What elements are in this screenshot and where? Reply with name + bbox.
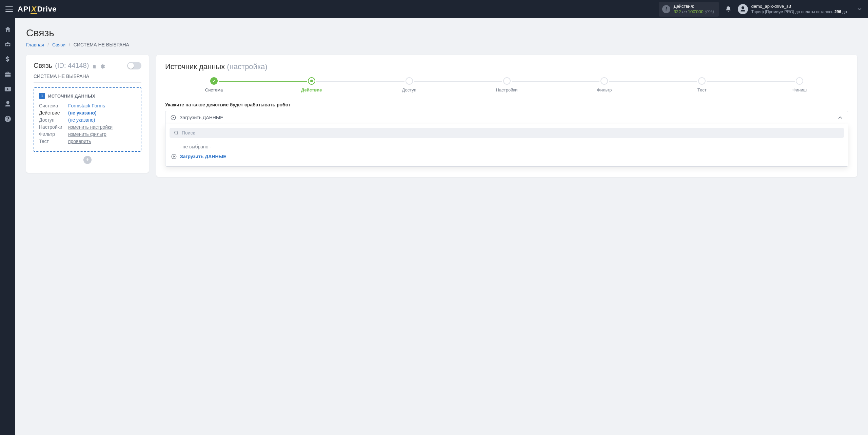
nav-video-icon[interactable]	[4, 85, 12, 93]
add-destination-button[interactable]: +	[83, 156, 92, 164]
lc-title: Связь	[34, 62, 52, 69]
row-action-key: Действие	[39, 110, 68, 116]
user-menu[interactable]: demo_apix-drive_s3 Тариф |Премиум PRO| д…	[738, 4, 847, 14]
row-filter-key: Фильтр	[39, 131, 68, 137]
breadcrumb-links[interactable]: Связи	[52, 42, 65, 47]
actions-counter[interactable]: i Действия: 322 из 100'000 (0%)	[659, 2, 719, 17]
connection-sidebar-card: Связь (ID: 44148) СИСТЕМА НЕ ВЫБРАНА	[26, 55, 149, 173]
step-finish[interactable]: Финиш	[751, 77, 848, 92]
tariff-days: 296	[834, 9, 841, 14]
stepper: Система Действие Доступ Настройки Фильтр…	[165, 77, 848, 92]
row-settings-value[interactable]: изменить настройки	[68, 124, 113, 130]
breadcrumb-current: СИСТЕМА НЕ ВЫБРАНА	[74, 42, 129, 47]
nav-billing-icon[interactable]	[4, 56, 12, 63]
row-filter-value[interactable]: изменить фильтр	[68, 131, 106, 137]
data-source-box: 1 ИСТОЧНИК ДАННЫХ СистемаFormstack Forms…	[34, 87, 141, 152]
notifications-icon[interactable]	[725, 6, 732, 13]
play-icon	[170, 115, 176, 121]
step-action[interactable]: Действие	[263, 77, 360, 92]
actions-pct: (0%)	[705, 9, 714, 14]
avatar-icon	[738, 4, 748, 14]
row-action-value[interactable]: (не указано)	[68, 110, 97, 116]
row-access-value[interactable]: (не указано)	[68, 117, 95, 123]
step-access[interactable]: Доступ	[360, 77, 458, 92]
nav-account-icon[interactable]	[4, 100, 12, 108]
option-none[interactable]: - не выбрано -	[170, 142, 844, 151]
chevron-down-icon[interactable]	[856, 6, 863, 12]
lc-id: (ID: 44148)	[55, 62, 89, 69]
source-title: ИСТОЧНИК ДАННЫХ	[48, 94, 95, 99]
copy-icon[interactable]	[92, 63, 97, 68]
actions-total: 100'000	[688, 9, 704, 14]
source-badge: 1	[39, 93, 45, 99]
tariff-prefix: Тариф |Премиум PRO| до оплаты осталось	[751, 9, 833, 14]
dropdown-search[interactable]	[170, 128, 844, 138]
chevron-up-icon	[837, 115, 843, 121]
play-icon	[171, 153, 177, 160]
breadcrumb: Главная / Связи / СИСТЕМА НЕ ВЫБРАНА	[26, 42, 857, 47]
row-test-value[interactable]: проверить	[68, 139, 91, 144]
main-config-card: Источник данных (настройка) Система Дейс…	[156, 55, 857, 177]
svg-point-1	[175, 131, 178, 134]
row-test-key: Тест	[39, 139, 68, 144]
form-label: Укажите на какое действие будет срабатыв…	[165, 102, 848, 107]
lc-subtitle: СИСТЕМА НЕ ВЫБРАНА	[34, 74, 141, 83]
row-system-value[interactable]: Formstack Forms	[68, 103, 105, 108]
nav-home-icon[interactable]	[4, 26, 12, 33]
step-system[interactable]: Система	[165, 77, 263, 92]
logo[interactable]: APIXDrive	[18, 5, 57, 14]
search-input[interactable]	[182, 130, 840, 136]
step-test[interactable]: Тест	[653, 77, 751, 92]
step-settings[interactable]: Настройки	[458, 77, 556, 92]
page-title: Связь	[26, 27, 857, 39]
rc-title-sub: (настройка)	[227, 62, 267, 71]
menu-toggle[interactable]	[5, 6, 13, 12]
option-load-data[interactable]: Загрузить ДАННЫЕ	[170, 151, 844, 162]
info-icon: i	[662, 5, 670, 13]
action-select-value: Загрузить ДАННЫЕ	[180, 115, 223, 120]
nav-briefcase-icon[interactable]	[4, 70, 12, 78]
nav-connections-icon[interactable]	[4, 41, 12, 48]
tariff-suffix: дн	[842, 9, 847, 14]
actions-label: Действия:	[674, 4, 714, 9]
row-system-key: Система	[39, 103, 68, 108]
username: demo_apix-drive_s3	[751, 4, 847, 9]
nav-help-icon[interactable]	[4, 115, 12, 123]
rc-title-main: Источник данных	[165, 62, 225, 71]
row-settings-key: Настройки	[39, 124, 68, 130]
action-dropdown: - не выбрано - Загрузить ДАННЫЕ	[165, 124, 848, 167]
row-access-key: Доступ	[39, 117, 68, 123]
action-select[interactable]: Загрузить ДАННЫЕ	[165, 111, 848, 124]
actions-count: 322	[674, 9, 681, 14]
step-filter[interactable]: Фильтр	[555, 77, 653, 92]
actions-of: из	[682, 9, 687, 14]
breadcrumb-home[interactable]: Главная	[26, 42, 44, 47]
connection-toggle[interactable]	[127, 62, 141, 69]
gear-icon[interactable]	[100, 63, 105, 68]
